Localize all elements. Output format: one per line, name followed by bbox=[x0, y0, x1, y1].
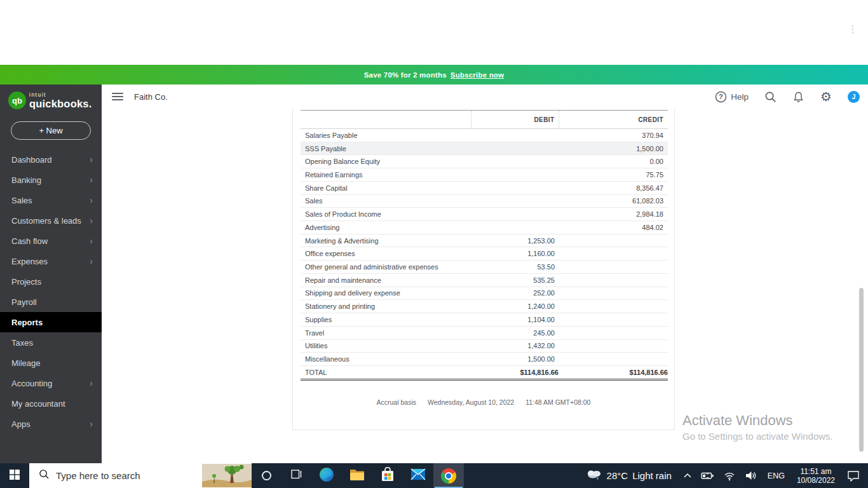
taskbar-mail[interactable] bbox=[403, 463, 433, 488]
bing-daily-image[interactable] bbox=[202, 464, 252, 488]
mail-icon bbox=[410, 468, 426, 483]
weather-temp: 28°C bbox=[607, 470, 628, 481]
windows-logo-icon bbox=[10, 470, 20, 482]
report-table: DEBIT CREDIT Salaries Payable370.94SSS P… bbox=[301, 110, 668, 381]
sidebar-item-customers-leads[interactable]: Customers & leads› bbox=[0, 210, 102, 231]
gear-icon[interactable]: ⚙ bbox=[820, 90, 832, 103]
report-cell-credit: 2,984.18 bbox=[559, 208, 668, 221]
credit-column-header: CREDIT bbox=[559, 111, 668, 129]
report-row[interactable]: Sales61,082.03 bbox=[301, 194, 668, 208]
tray-chevron-up-icon[interactable] bbox=[679, 472, 696, 479]
total-debit: $114,816.66 bbox=[471, 365, 559, 379]
browser-chrome: ⋮ bbox=[0, 0, 868, 65]
task-view-button[interactable] bbox=[281, 463, 311, 488]
report-cell-credit bbox=[559, 300, 668, 313]
taskbar-clock[interactable]: 11:51 am 10/08/2022 bbox=[790, 467, 841, 485]
quickbooks-logo: qb intuit quickbooks. bbox=[0, 85, 102, 109]
chevron-right-icon: › bbox=[90, 379, 93, 388]
subscribe-now-link[interactable]: Subscribe now bbox=[451, 71, 504, 79]
report-row[interactable]: Sales of Product Income2,984.18 bbox=[301, 208, 668, 221]
taskbar-chrome[interactable] bbox=[433, 463, 464, 488]
cortana-button[interactable] bbox=[252, 463, 281, 488]
vertical-scrollbar-thumb[interactable] bbox=[859, 288, 864, 452]
report-row[interactable]: Repair and maintenance535.25 bbox=[301, 273, 668, 287]
report-cell-debit: 1,432.00 bbox=[471, 339, 559, 353]
sidebar-item-label: Sales bbox=[11, 196, 32, 205]
clock-date: 10/08/2022 bbox=[797, 476, 835, 485]
sidebar-item-sales[interactable]: Sales› bbox=[0, 190, 102, 210]
report-row[interactable]: Supplies1,104.00 bbox=[301, 313, 668, 327]
report-row[interactable]: Salaries Payable370.94 bbox=[301, 129, 668, 142]
report-row[interactable]: Utilities1,432.00 bbox=[301, 339, 668, 353]
sidebar-item-dashboard[interactable]: Dashboard› bbox=[0, 149, 102, 170]
chevron-right-icon: › bbox=[90, 175, 93, 184]
avatar[interactable]: J bbox=[848, 91, 860, 103]
sidebar-item-mileage[interactable]: Mileage bbox=[0, 353, 102, 373]
search-icon[interactable] bbox=[764, 91, 776, 103]
new-button[interactable]: + New bbox=[11, 121, 91, 140]
wifi-icon[interactable] bbox=[719, 470, 740, 481]
taskbar-file-explorer[interactable] bbox=[342, 463, 372, 488]
sidebar-item-apps[interactable]: Apps› bbox=[0, 414, 102, 434]
sidebar-item-label: Taxes bbox=[11, 338, 33, 348]
help-button[interactable]: ? Help bbox=[715, 91, 749, 103]
taskbar-edge[interactable] bbox=[311, 463, 342, 488]
intuit-wordmark: intuit bbox=[29, 92, 92, 98]
report-row[interactable]: Advertising484.02 bbox=[301, 221, 668, 234]
report-total-row: TOTAL $114,816.66 $114,816.66 bbox=[301, 365, 668, 379]
sidebar-item-expenses[interactable]: Expenses› bbox=[0, 251, 102, 271]
report-row[interactable]: Opening Balance Equity0.00 bbox=[301, 155, 668, 168]
report-row[interactable]: Shipping and delivery expense252.00 bbox=[301, 287, 668, 300]
sidebar-item-reports[interactable]: Reports bbox=[0, 312, 102, 332]
qb-logo-icon: qb bbox=[8, 92, 26, 109]
sidebar-item-banking[interactable]: Banking› bbox=[0, 170, 102, 190]
start-button[interactable] bbox=[0, 463, 29, 488]
watermark-subtitle: Go to Settings to activate Windows. bbox=[682, 431, 833, 442]
sidebar-item-taxes[interactable]: Taxes bbox=[0, 332, 102, 353]
edge-icon bbox=[319, 467, 334, 485]
browser-menu-icon[interactable]: ⋮ bbox=[848, 23, 858, 35]
sidebar-item-my-accountant[interactable]: My accountant bbox=[0, 393, 102, 414]
search-input[interactable] bbox=[56, 470, 189, 481]
report-cell-credit bbox=[559, 234, 668, 247]
report-cell-debit: 1,160.00 bbox=[471, 247, 559, 261]
sidebar-nav: Dashboard›Banking›Sales›Customers & lead… bbox=[0, 149, 102, 434]
taskbar-store[interactable] bbox=[372, 463, 403, 488]
volume-icon[interactable] bbox=[740, 470, 762, 481]
report-date: Wednesday, August 10, 2022 bbox=[428, 398, 514, 406]
report-row[interactable]: SSS Payable1,500.00 bbox=[301, 142, 668, 155]
clock-time: 11:51 am bbox=[797, 467, 835, 476]
action-center-icon[interactable] bbox=[841, 470, 868, 482]
sidebar: qb intuit quickbooks. + New Dashboard›Ba… bbox=[0, 85, 102, 463]
help-label: Help bbox=[731, 92, 749, 102]
weather-widget[interactable]: 28°C Light rain bbox=[580, 468, 679, 484]
report-cell-debit bbox=[471, 129, 559, 142]
taskbar-search[interactable] bbox=[29, 463, 252, 488]
language-indicator[interactable]: ENG bbox=[762, 471, 790, 480]
notifications-bell-icon[interactable] bbox=[792, 91, 804, 103]
report-row[interactable]: Miscellaneous1,500.00 bbox=[301, 353, 668, 366]
battery-icon[interactable] bbox=[696, 470, 719, 481]
report-row[interactable]: Stationery and printing1,240.00 bbox=[301, 300, 668, 313]
report-cell-account: Miscellaneous bbox=[301, 353, 471, 366]
microsoft-store-icon bbox=[381, 467, 395, 485]
sidebar-item-cash-flow[interactable]: Cash flow› bbox=[0, 231, 102, 251]
sidebar-item-payroll[interactable]: Payroll bbox=[0, 292, 102, 312]
report-row[interactable]: Retained Earnings75.75 bbox=[301, 168, 668, 182]
task-view-icon bbox=[291, 469, 302, 482]
sidebar-item-label: Banking bbox=[11, 175, 41, 185]
hamburger-menu-icon[interactable] bbox=[112, 91, 123, 102]
weather-rain-icon bbox=[587, 468, 602, 484]
report-cell-account: Marketing & Advertising bbox=[301, 234, 471, 247]
report-row[interactable]: Office expenses1,160.00 bbox=[301, 247, 668, 261]
sidebar-item-accounting[interactable]: Accounting› bbox=[0, 373, 102, 393]
report-row[interactable]: Travel245.00 bbox=[301, 326, 668, 339]
report-cell-credit bbox=[559, 247, 668, 261]
report-row[interactable]: Share Capital8,356.47 bbox=[301, 181, 668, 194]
report-row[interactable]: Other general and administrative expense… bbox=[301, 261, 668, 274]
company-name: Faith Co. bbox=[134, 92, 168, 102]
sidebar-item-projects[interactable]: Projects bbox=[0, 271, 102, 292]
chrome-icon bbox=[441, 468, 456, 484]
report-row[interactable]: Marketing & Advertising1,253.00 bbox=[301, 234, 668, 247]
report-cell-account: Office expenses bbox=[301, 247, 471, 261]
